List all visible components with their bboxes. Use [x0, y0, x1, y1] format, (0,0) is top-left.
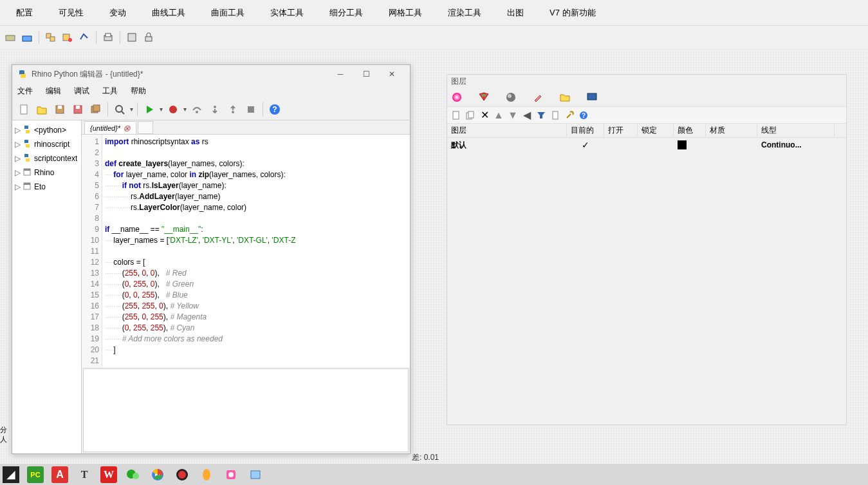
code-line[interactable]: [105, 214, 410, 225]
editor-menu-item[interactable]: 帮助: [131, 86, 146, 97]
taskbar-app-2[interactable]: PC: [27, 466, 44, 483]
save-as-icon[interactable]: [70, 102, 86, 117]
taskbar-app-4[interactable]: T: [76, 466, 93, 483]
editor-menu-item[interactable]: 调试: [74, 86, 89, 97]
up-icon[interactable]: ▲: [494, 110, 504, 120]
taskbar-app-6[interactable]: [174, 466, 190, 483]
tree-item[interactable]: ▷Eto: [12, 180, 81, 194]
code-line[interactable]: ········(255, 0, 255), # Magenta: [105, 312, 410, 323]
tool-icon-5[interactable]: [77, 30, 91, 44]
copy-layer-icon[interactable]: [465, 110, 476, 120]
new-tab-button[interactable]: [138, 121, 153, 134]
layers-column-header[interactable]: 图层: [447, 124, 567, 137]
tree-item[interactable]: ▷rhinoscript: [12, 137, 81, 151]
code-line[interactable]: ····]: [105, 345, 410, 356]
editor-output-panel[interactable]: [83, 368, 409, 452]
tool-icon-2[interactable]: [20, 30, 34, 44]
color-wheel-icon[interactable]: [451, 91, 463, 103]
delete-layer-icon[interactable]: ✕: [479, 110, 490, 120]
layers-column-header[interactable]: 线型: [757, 124, 835, 137]
code-line[interactable]: [105, 356, 410, 367]
taskbar-wechat[interactable]: [125, 466, 142, 483]
step-out-icon[interactable]: [225, 102, 241, 117]
save-icon[interactable]: [52, 102, 68, 117]
editor-titlebar[interactable]: Rhino Python 编辑器 - {untitled}* ─ ☐ ✕: [12, 65, 410, 83]
breakpoint-icon[interactable]: [165, 102, 181, 117]
layers-column-headers[interactable]: 图层目前的打开锁定颜色材质线型: [447, 124, 846, 138]
taskbar-app-1[interactable]: ◢: [3, 466, 19, 483]
chevron-right-icon[interactable]: ▷: [15, 168, 23, 177]
taskbar-app-7[interactable]: [198, 466, 215, 483]
taskbar-chrome[interactable]: [149, 466, 166, 483]
top-menu-item[interactable]: 出图: [494, 0, 537, 25]
code-line[interactable]: ········(0, 0, 255), # Blue: [105, 290, 410, 301]
tool-icon-6[interactable]: [125, 30, 139, 44]
chevron-right-icon[interactable]: ▷: [15, 182, 23, 191]
print-icon[interactable]: [101, 30, 115, 44]
editor-menu-item[interactable]: 工具: [102, 86, 118, 97]
top-menu-item[interactable]: 细分工具: [317, 0, 376, 25]
chevron-right-icon[interactable]: ▷: [15, 154, 23, 163]
code-line[interactable]: [105, 247, 410, 258]
top-menu-item[interactable]: 曲线工具: [139, 0, 198, 25]
material-icon[interactable]: [478, 91, 490, 103]
code-line[interactable]: import rhinoscriptsyntax as rs: [105, 137, 410, 148]
close-button[interactable]: ✕: [379, 65, 405, 83]
code-line[interactable]: ········# Add more colors as needed: [105, 334, 410, 345]
code-line[interactable]: def create_layers(layer_names, colors):: [105, 159, 410, 170]
chevron-right-icon[interactable]: ▷: [15, 126, 23, 135]
doc-icon[interactable]: [550, 110, 560, 120]
code-editor[interactable]: 123456789101112131415161718192021 import…: [82, 135, 410, 367]
lock-icon[interactable]: [142, 30, 156, 44]
tool-icon-1[interactable]: [3, 30, 17, 44]
tool-icon-4[interactable]: [60, 30, 75, 44]
tree-item[interactable]: ▷scriptcontext: [12, 151, 81, 166]
editor-tree[interactable]: ▷<python>▷rhinoscript▷scriptcontext▷Rhin…: [12, 120, 82, 453]
tree-item[interactable]: ▷Rhino: [12, 166, 81, 180]
top-menu-item[interactable]: 可见性: [46, 0, 97, 25]
layers-column-header[interactable]: 锁定: [638, 124, 674, 137]
new-file-icon[interactable]: [16, 102, 32, 117]
taskbar-app-9[interactable]: [247, 466, 264, 483]
layers-column-header[interactable]: 打开: [604, 124, 638, 137]
code-line[interactable]: ········(255, 255, 0), # Yellow: [105, 301, 410, 312]
layers-column-header[interactable]: 目前的: [567, 124, 604, 137]
code-line[interactable]: if __name__ == "__main__":: [105, 225, 410, 236]
tool-icon-3[interactable]: [44, 30, 58, 44]
chevron-right-icon[interactable]: ▷: [15, 140, 23, 149]
layer-row[interactable]: 默认✓Continuo...: [447, 138, 846, 152]
top-menu-item[interactable]: V7 的新功能: [537, 0, 609, 25]
top-menu-item[interactable]: 曲面工具: [198, 0, 257, 25]
brush-icon[interactable]: [532, 91, 544, 103]
new-layer-icon[interactable]: [451, 110, 461, 120]
code-line[interactable]: ········(0, 255, 255), # Cyan: [105, 323, 410, 334]
code-line[interactable]: ····layer_names = ['DXT-LZ', 'DXT-YL', '…: [105, 236, 410, 247]
help-icon[interactable]: ?: [267, 102, 282, 117]
search-icon[interactable]: [112, 102, 127, 117]
tab-close-icon[interactable]: ⊗: [123, 123, 131, 133]
stop-icon[interactable]: [243, 102, 259, 117]
top-menu-item[interactable]: 变动: [97, 0, 139, 25]
editor-tab-active[interactable]: {untitled}* ⊗: [84, 121, 136, 134]
folder-icon[interactable]: [559, 91, 571, 103]
code-line[interactable]: [105, 148, 410, 159]
tools-icon[interactable]: [564, 110, 575, 120]
editor-menu-item[interactable]: 编辑: [46, 86, 61, 97]
render-icon[interactable]: [505, 91, 517, 103]
top-menu-item[interactable]: 网格工具: [376, 0, 435, 25]
taskbar-app-3[interactable]: A: [51, 466, 68, 483]
code-line[interactable]: ····colors = [: [105, 258, 410, 269]
code-line[interactable]: ········if not rs.IsLayer(layer_name):: [105, 181, 410, 192]
code-line[interactable]: ············rs.AddLayer(layer_name): [105, 192, 410, 203]
top-menu-item[interactable]: 实体工具: [257, 0, 317, 25]
maximize-button[interactable]: ☐: [353, 65, 379, 83]
minimize-button[interactable]: ─: [328, 65, 353, 83]
save-all-icon[interactable]: [88, 102, 104, 117]
filter-icon[interactable]: [536, 110, 546, 120]
back-icon[interactable]: ◀: [522, 110, 532, 120]
taskbar[interactable]: ◢ PC A T W: [0, 464, 868, 485]
code-line[interactable]: ········(0, 255, 0), # Green: [105, 280, 410, 290]
layers-column-header[interactable]: 材质: [706, 124, 757, 137]
taskbar-app-5[interactable]: W: [100, 466, 117, 483]
open-file-icon[interactable]: [34, 102, 50, 117]
